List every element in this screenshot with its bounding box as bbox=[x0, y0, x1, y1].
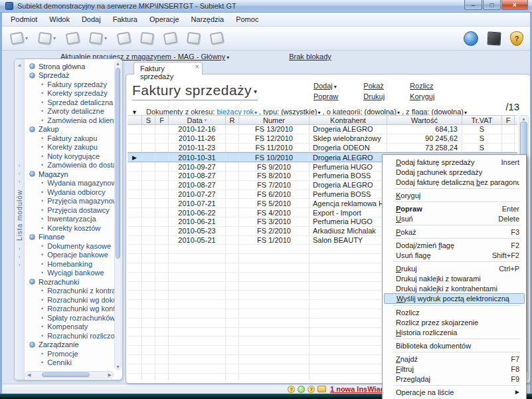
toolbar-button-5[interactable] bbox=[116, 29, 132, 49]
context-menu-item-drukuj-naklejki-z-towarami[interactable]: Drukuj naklejki z towarami bbox=[384, 273, 525, 283]
toolbar-button-7[interactable] bbox=[162, 29, 179, 49]
column-header-R[interactable]: R bbox=[226, 116, 239, 124]
sidebar-item-spłaty-rozrachunków[interactable]: •Spłaty rozrachunków bbox=[25, 313, 114, 323]
status-message-icon[interactable] bbox=[317, 386, 326, 392]
context-menu-item-usuń-flagę[interactable]: Usuń flagęShift+F2 bbox=[384, 250, 525, 260]
sidebar-item-faktury-zakupu[interactable]: •Faktury zakupu bbox=[25, 134, 114, 143]
column-header-Kontrahent[interactable]: Kontrahent bbox=[310, 116, 387, 124]
menubar-item-operacje[interactable]: Operacje bbox=[143, 13, 185, 25]
sidebar-section-strona-główna[interactable]: Strona główna bbox=[25, 62, 114, 71]
sidebar-section-zakup[interactable]: Zakup bbox=[25, 125, 114, 134]
sidebar-item-dokumenty-kasowe[interactable]: •Dokumenty kasowe bbox=[25, 241, 114, 251]
sidebar-item-cenniki[interactable]: •Cenniki bbox=[25, 358, 114, 368]
scroll-down-icon[interactable]: ▼ bbox=[115, 364, 121, 369]
sidebar-item-zamówienia-od-klientów[interactable]: •Zamówienia od klientów bbox=[25, 116, 114, 125]
status-help-icon[interactable]: ? bbox=[288, 386, 295, 393]
sidebar-item-zwroty-detaliczne[interactable]: •Zwroty detaliczne bbox=[25, 107, 114, 116]
scroll-right-icon[interactable]: ▶ bbox=[108, 372, 112, 378]
status-online-icon[interactable] bbox=[298, 386, 305, 393]
column-header-Wartość[interactable]: Wartość bbox=[387, 116, 462, 124]
tab-close-icon[interactable]: × bbox=[195, 63, 199, 70]
toolbar-button-2[interactable]: ▾ bbox=[37, 29, 58, 49]
sidebar-item-zamówienia-do-dostawców[interactable]: •Zamówienia do dostawców bbox=[25, 161, 114, 170]
sidebar-item-wyciągi-bankowe[interactable]: •Wyciągi bankowe bbox=[25, 269, 114, 278]
context-menu-item-dodaj-fakturę-detaliczną-bez-paragonu[interactable]: Dodaj fakturę detaliczną bez paragonu bbox=[384, 177, 525, 187]
cube-icon[interactable] bbox=[487, 31, 501, 45]
minimize-icon[interactable]: – bbox=[464, 0, 482, 10]
sidebar-item-sprzedaż-detaliczna[interactable]: •Sprzedaż detaliczna bbox=[25, 98, 114, 107]
scroll-up-icon[interactable]: ▲ bbox=[519, 116, 528, 121]
toolbar-button-9[interactable] bbox=[209, 29, 225, 49]
column-header-F[interactable]: F bbox=[502, 116, 515, 124]
column-header-Data[interactable]: Data▾ bbox=[169, 116, 226, 124]
sidebar-section-sprzedaż[interactable]: Sprzedaż bbox=[25, 71, 114, 80]
context-menu-item-koryguj[interactable]: Koryguj bbox=[384, 190, 525, 200]
sidebar-item-faktury-sprzedaży[interactable]: •Faktury sprzedaży bbox=[25, 80, 114, 89]
sidebar-section-magazyn[interactable]: Magazyn bbox=[25, 170, 114, 179]
sidebar-hscroll-thumb[interactable] bbox=[42, 372, 90, 377]
action-link-dodaj[interactable]: Dodaj▾ bbox=[313, 82, 338, 90]
action-link-drukuj[interactable]: Drukuj bbox=[363, 92, 385, 100]
close-icon[interactable]: × bbox=[501, 0, 528, 10]
sidebar-section-zarządzanie[interactable]: Zarządzanie bbox=[25, 340, 114, 350]
toolbar-button-8[interactable] bbox=[185, 29, 202, 49]
sidebar-item-wydania-odbiorcy[interactable]: •Wydania odbiorcy bbox=[25, 188, 114, 197]
sidebar-item-przyjęcia-dostawcy[interactable]: •Przyjęcia dostawcy bbox=[25, 205, 114, 215]
sidebar-item-operacje-bankowe[interactable]: •Operacje bankowe bbox=[25, 251, 114, 260]
lock-status-link[interactable]: Brak blokady bbox=[289, 53, 331, 61]
menubar-item-narzędzia[interactable]: Narzędzia bbox=[185, 13, 230, 25]
sidebar-vscroll-thumb[interactable] bbox=[116, 68, 120, 259]
page-title[interactable]: Faktury sprzedaży▾ bbox=[132, 82, 258, 100]
context-menu-item-filtruj[interactable]: FiltrujF8 bbox=[384, 364, 525, 374]
sidebar-item-noty-korygujące[interactable]: •Noty korygujące bbox=[25, 152, 114, 161]
context-menu-item-historia-rozliczenia[interactable]: Historia rozliczenia bbox=[384, 327, 525, 337]
context-menu-item-rozlicz-przez-skojarzenie[interactable]: Rozlicz przez skojarzenie bbox=[384, 317, 525, 327]
sidebar-item-korekty-sprzedaży[interactable]: •Korekty sprzedaży bbox=[25, 89, 114, 98]
maximize-icon[interactable]: □ bbox=[483, 0, 501, 10]
context-menu-item-pokaż[interactable]: PokażF3 bbox=[384, 227, 525, 237]
sidebar-item-rozrachunki-rozliczone[interactable]: •Rozrachunki rozliczone bbox=[25, 331, 114, 340]
menubar-item-widok[interactable]: Widok bbox=[43, 13, 76, 25]
context-menu-item-operacje-na-liście[interactable]: Operacje na liście▶ bbox=[384, 387, 525, 397]
sidebar-item-rozrachunki-wg-kontraher[interactable]: •Rozrachunki wg kontraher bbox=[25, 305, 114, 314]
globe-icon[interactable] bbox=[464, 31, 478, 46]
status-help2-icon[interactable]: ? bbox=[308, 386, 315, 393]
context-menu-item-znajdź[interactable]: ZnajdźF7 bbox=[384, 354, 525, 364]
context-menu-item-rozlicz[interactable]: Rozlicz bbox=[384, 307, 525, 317]
sidebar-item-korekty-kosztów[interactable]: •Korekty kosztów bbox=[25, 223, 114, 233]
action-link-koryguj[interactable]: Koryguj bbox=[410, 92, 434, 100]
scroll-left-icon[interactable]: ◀ bbox=[27, 372, 31, 378]
menubar-item-dodaj[interactable]: Dodaj bbox=[76, 13, 107, 25]
menubar-item-pomoc[interactable]: Pomoc bbox=[230, 13, 264, 25]
toolbar-button-3[interactable] bbox=[64, 29, 81, 49]
help-shield-icon[interactable]: ? bbox=[510, 31, 523, 46]
table-row[interactable]: 2010-11-26FS 12/2010Sklep wielobranżowy9… bbox=[128, 134, 517, 144]
action-link-popraw[interactable]: Popraw bbox=[313, 92, 338, 100]
sidebar-item-inwentaryzacja[interactable]: •Inwentaryzacja bbox=[25, 215, 114, 224]
column-header-Tr.VAT[interactable]: Tr.VAT bbox=[462, 116, 502, 124]
context-menu-item-usuń[interactable]: UsuńDelete bbox=[384, 213, 525, 223]
sidebar-horizontal-scrollbar[interactable]: ◀ ▶ bbox=[25, 371, 114, 378]
toolbar-button-4[interactable]: ▾ bbox=[88, 29, 109, 49]
context-menu-item-popraw[interactable]: PoprawEnter bbox=[384, 203, 525, 213]
sidebar-vertical-scrollbar[interactable]: ▲ ▼ bbox=[114, 61, 122, 370]
sidebar-item-przyjęcia-magazynowe[interactable]: •Przyjęcia magazynowe bbox=[25, 197, 114, 206]
table-row[interactable]: 2010-12-16FS 13/2010Drogeria ALEGRO684,1… bbox=[128, 125, 517, 134]
context-menu-item-przeglądaj[interactable]: PrzeglądajF9 bbox=[384, 374, 525, 384]
context-menu-item-wyślij-wydruk-pocztą-elektroniczną[interactable]: Wyślij wydruk pocztą elektroniczną bbox=[384, 293, 525, 304]
sidebar-item-korekty-zakupu[interactable]: •Korekty zakupu bbox=[25, 143, 114, 152]
sidebar-item-homebanking[interactable]: •Homebanking bbox=[25, 259, 114, 269]
action-link-pokaż[interactable]: Pokaż bbox=[363, 82, 385, 90]
toolbar-button-1[interactable]: ▾ bbox=[9, 29, 30, 49]
column-header-S[interactable]: S bbox=[142, 116, 155, 124]
column-header-selector[interactable] bbox=[128, 116, 142, 124]
menubar-item-faktura[interactable]: Faktura bbox=[107, 13, 143, 25]
sidebar-item-kompensaty[interactable]: •Kompensaty bbox=[25, 323, 114, 332]
action-link-rozlicz[interactable]: Rozlicz bbox=[410, 82, 434, 90]
sidebar-item-rozrachunki-wg-dokumen[interactable]: •Rozrachunki wg dokumen bbox=[25, 295, 114, 305]
collapse-module-list-icon[interactable]: ◂ bbox=[18, 62, 21, 68]
context-menu-item-drukuj-naklejki-z-kontrahentami[interactable]: Drukuj naklejki z kontrahentami bbox=[384, 283, 525, 293]
sidebar-section-finanse[interactable]: Finanse bbox=[25, 233, 114, 242]
toolbar-button-6[interactable] bbox=[139, 29, 155, 49]
sidebar-section-rozrachunki[interactable]: Rozrachunki bbox=[25, 277, 114, 287]
